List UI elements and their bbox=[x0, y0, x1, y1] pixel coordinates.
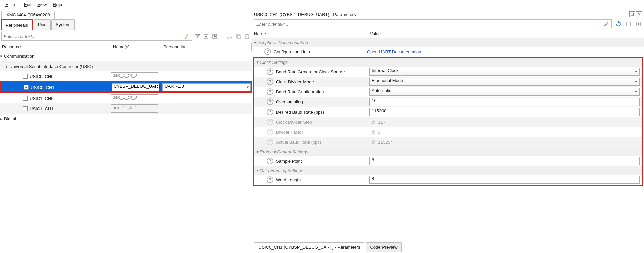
device-tab[interactable]: XMC1404-Q064x0200 bbox=[1, 11, 55, 19]
menu-file[interactable]: File bbox=[3, 1, 21, 8]
tab-pins[interactable]: Pins bbox=[34, 19, 51, 30]
svg-rect-10 bbox=[246, 34, 248, 35]
tree-item-usic0-ch1[interactable]: USIC0_CH1 bbox=[31, 85, 55, 90]
help-icon[interactable]: ? bbox=[267, 158, 273, 164]
refresh-icon[interactable] bbox=[615, 20, 622, 27]
param-oversampling: Oversampling bbox=[276, 99, 303, 104]
tree-item-usic1-ch0[interactable]: USIC1_CH0 bbox=[30, 96, 54, 101]
panel-title: USIC0_CH1 (CYBSP_DEBUG_UART) - Parameter… bbox=[254, 12, 629, 17]
param-clock-divider-step: Clock Divider Step bbox=[276, 120, 312, 125]
name-input[interactable]: usic_0_ch_0 bbox=[111, 72, 158, 80]
checkbox[interactable] bbox=[23, 74, 28, 79]
param-brg-clock-source: Baud Rate Generator Clock Source bbox=[276, 69, 345, 74]
oversampling-input[interactable]: 16 bbox=[369, 98, 640, 106]
expand-all-icon[interactable] bbox=[635, 20, 642, 27]
help-icon[interactable]: ? bbox=[267, 109, 273, 115]
param-baud-rate-config: Baud Rate Configuration bbox=[276, 89, 324, 94]
menu-view[interactable]: View bbox=[35, 1, 49, 8]
col-personality[interactable]: Personality bbox=[161, 43, 252, 51]
checkbox[interactable] bbox=[23, 106, 28, 111]
expand-all-icon[interactable] bbox=[211, 33, 218, 40]
copy-icon[interactable] bbox=[235, 33, 242, 40]
help-icon[interactable]: ? bbox=[267, 78, 273, 85]
tab-code-preview[interactable]: Code Preview bbox=[366, 242, 402, 252]
close-icon[interactable]: ✕ bbox=[636, 11, 642, 17]
open-uart-doc-link[interactable]: Open UART Documentation bbox=[367, 49, 421, 54]
svg-rect-16 bbox=[372, 122, 375, 124]
col-param-value[interactable]: Value bbox=[368, 30, 644, 38]
lock-icon bbox=[371, 140, 376, 144]
param-word-length: Word Length bbox=[276, 177, 301, 182]
tab-system[interactable]: System bbox=[51, 19, 75, 30]
help-icon[interactable]: ? bbox=[267, 139, 273, 145]
help-icon[interactable]: ? bbox=[267, 129, 273, 135]
config-subtabs: Peripherals Pins System bbox=[0, 19, 252, 30]
menu-help[interactable]: Help bbox=[50, 1, 65, 8]
help-icon[interactable]: ? bbox=[267, 98, 273, 105]
param-divider-factor: Divider Factor bbox=[276, 130, 303, 135]
clock-divider-step-value: 117 bbox=[369, 118, 640, 126]
restore-icon[interactable]: ❐ bbox=[629, 11, 635, 17]
help-icon[interactable]: ? bbox=[267, 88, 273, 95]
svg-rect-8 bbox=[238, 35, 240, 39]
twisty-icon[interactable]: ▾ bbox=[5, 64, 9, 69]
cut-icon[interactable] bbox=[226, 33, 233, 40]
col-names[interactable]: Name(s) bbox=[111, 43, 161, 51]
baud-rate-config-select[interactable]: Automatic bbox=[369, 88, 640, 96]
name-input[interactable]: usic_1_ch_1 bbox=[111, 104, 158, 113]
help-icon[interactable]: ? bbox=[267, 176, 273, 183]
twisty-icon[interactable]: ▸ bbox=[0, 116, 4, 121]
name-input[interactable]: CYBSP_DEBUG_UART bbox=[112, 83, 159, 91]
svg-point-5 bbox=[228, 37, 229, 38]
menu-edit[interactable]: Edit bbox=[21, 1, 34, 8]
left-filter-input[interactable] bbox=[4, 34, 183, 39]
bottom-tabstrip: USIC0_CH1 (CYBSP_DEBUG_UART) - Parameter… bbox=[252, 241, 644, 253]
col-param-name[interactable]: Name bbox=[252, 30, 368, 38]
group-data-framing[interactable]: ▾Data Framing Settings bbox=[254, 166, 642, 175]
twisty-icon[interactable]: ▾ bbox=[0, 54, 4, 59]
sample-point-input[interactable]: 8 bbox=[369, 157, 640, 165]
collapse-all-icon[interactable] bbox=[203, 33, 209, 40]
help-icon[interactable]: ? bbox=[264, 48, 271, 55]
menu-bar: File Edit View Help bbox=[0, 0, 644, 9]
funnel-icon[interactable] bbox=[194, 33, 201, 40]
brg-clock-source-select[interactable]: Internal Clock bbox=[369, 68, 640, 76]
tree-item-usic0-ch0[interactable]: USIC0_CH0 bbox=[30, 74, 54, 79]
lock-icon bbox=[371, 120, 376, 124]
tree-group-communication[interactable]: Communication bbox=[4, 54, 34, 59]
tree-item-usic1-ch1[interactable]: USIC1_CH1 bbox=[30, 106, 54, 111]
param-clock-divider-mode: Clock Divider Mode bbox=[276, 79, 314, 84]
param-actual-baud: Actual Baud Rate (bps) bbox=[276, 140, 321, 145]
help-icon[interactable]: ? bbox=[267, 119, 273, 125]
divider-factor-value: 3 bbox=[369, 128, 640, 136]
param-filter-box[interactable] bbox=[254, 19, 612, 28]
col-resource[interactable]: Resource bbox=[0, 43, 111, 51]
tree-group-digital[interactable]: Digital bbox=[4, 116, 16, 121]
tree-group-usic[interactable]: Universal Serial Interface Controller (U… bbox=[9, 64, 93, 69]
personality-select[interactable]: UART-1.0 bbox=[162, 83, 251, 91]
word-length-input[interactable]: 8 bbox=[369, 176, 640, 184]
checkbox[interactable] bbox=[23, 96, 28, 101]
clear-filter-icon[interactable] bbox=[603, 20, 609, 27]
tab-parameters[interactable]: USIC0_CH1 (CYBSP_DEBUG_UART) - Parameter… bbox=[254, 242, 364, 252]
group-peripheral-doc[interactable]: ▾Peripheral Documentation bbox=[252, 38, 644, 47]
param-desired-baud: Desired Baud Rate (bps) bbox=[276, 110, 324, 115]
group-protocol-control[interactable]: ▾Protocol Control Settings bbox=[254, 147, 642, 156]
clock-divider-mode-select[interactable]: Fractional Mode bbox=[369, 78, 640, 86]
clear-filter-icon[interactable] bbox=[183, 33, 190, 40]
param-sample-point: Sample Point bbox=[276, 159, 302, 164]
tab-peripherals[interactable]: Peripherals bbox=[1, 19, 33, 30]
param-header: Name Value bbox=[252, 30, 644, 38]
svg-point-6 bbox=[230, 37, 232, 38]
paste-icon[interactable] bbox=[244, 33, 250, 40]
param-filter-input[interactable] bbox=[256, 22, 603, 27]
group-clock-settings[interactable]: ▾Clock Settings bbox=[254, 58, 642, 67]
desired-baud-input[interactable]: 115200 bbox=[369, 108, 640, 116]
checkbox[interactable] bbox=[24, 85, 29, 90]
help-icon[interactable]: ? bbox=[267, 68, 273, 75]
scrollbar[interactable] bbox=[639, 53, 643, 241]
name-input[interactable]: usic_1_ch_0 bbox=[111, 94, 158, 102]
collapse-all-icon[interactable] bbox=[625, 20, 632, 27]
left-filter-box[interactable] bbox=[1, 32, 192, 41]
actual-baud-value: 115234 bbox=[369, 138, 640, 146]
